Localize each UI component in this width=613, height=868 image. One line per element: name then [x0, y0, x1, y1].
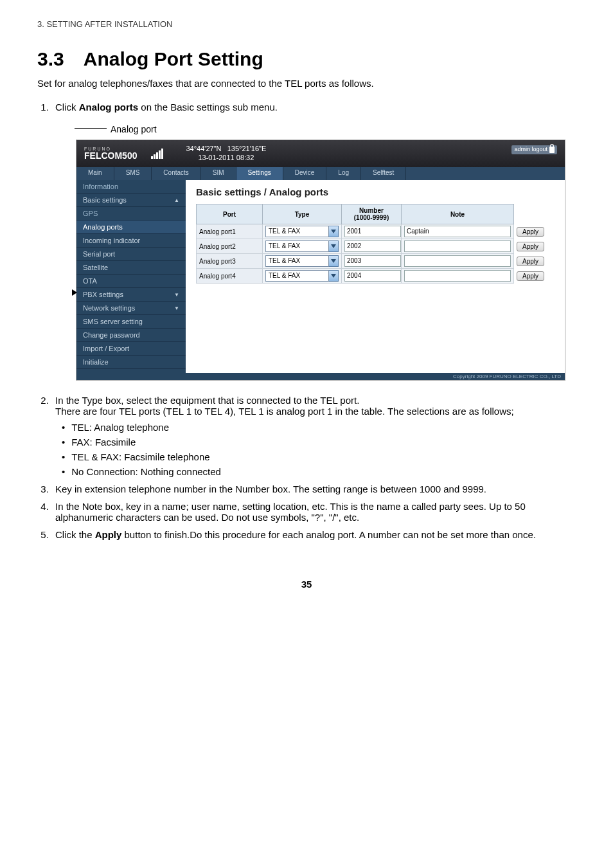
sidebar-item-change-pw[interactable]: Change password [76, 329, 186, 342]
top-tabs: Main SMS Contacts SIM Settings Device Lo… [76, 167, 565, 180]
step-2: In the Type box, select the equipment th… [51, 395, 576, 477]
type-select[interactable]: TEL & FAX [265, 270, 339, 282]
tab-sim[interactable]: SIM [201, 167, 236, 180]
type-select[interactable]: TEL & FAX [265, 226, 339, 237]
triangle-down-icon: ▼ [174, 292, 179, 298]
number-input[interactable]: 2001 [344, 226, 401, 237]
annotation-connector [75, 128, 107, 129]
intro-paragraph: Set for analog telephones/faxes that are… [37, 78, 576, 89]
chevron-down-icon [329, 270, 339, 282]
sidebar-item-pbx[interactable]: PBX settings▼ [76, 288, 186, 302]
product-logo: FURUNO FELCOM500 [76, 147, 145, 161]
sidebar: Information Basic settings▲ GPS Analog p… [76, 180, 186, 373]
table-row: Analog port3 TEL & FAX 2003 Apply [197, 254, 555, 269]
chevron-down-icon [329, 240, 339, 252]
step-4: In the Note box, key in a name; user nam… [51, 501, 576, 523]
tab-selftest[interactable]: Selftest [361, 167, 406, 180]
tab-settings[interactable]: Settings [236, 167, 283, 180]
table-row: Analog port2 TEL & FAX 2002 Apply [197, 239, 555, 254]
content-title: Basic settings / Analog ports [196, 186, 555, 197]
step-5: Click the Apply button to finish.Do this… [51, 529, 576, 540]
note-input[interactable] [404, 270, 511, 282]
triangle-up-icon: ▲ [174, 197, 179, 203]
copyright-footer: Copyright 2009 FURUNO ELECTRIC CO., LTD [76, 373, 565, 380]
tab-log[interactable]: Log [326, 167, 361, 180]
pointer-arrow-icon [75, 289, 77, 296]
analog-ports-table: Port Type Number (1000-9999) Note Analog… [196, 204, 555, 284]
tab-contacts[interactable]: Contacts [152, 167, 200, 180]
step-1: Click Analog ports on the Basic settings… [51, 102, 576, 113]
sidebar-item-analog-ports[interactable]: Analog ports [76, 221, 186, 234]
list-item: FAX: Facsimile [62, 437, 576, 448]
chevron-down-icon [329, 255, 339, 267]
apply-button[interactable]: Apply [517, 271, 544, 281]
sidebar-item-ota[interactable]: OTA [76, 275, 186, 288]
page-number: 35 [37, 579, 576, 609]
page-title: 3.3Analog Port Setting [37, 48, 576, 70]
number-input[interactable]: 2002 [344, 240, 401, 252]
list-item: TEL & FAX: Facsimile telephone [62, 451, 576, 462]
type-select[interactable]: TEL & FAX [265, 240, 339, 252]
list-item: No Connection: Nothing connected [62, 466, 576, 477]
note-input[interactable]: Captain [404, 226, 511, 237]
table-row: Analog port1 TEL & FAX 2001 Captain Appl… [197, 224, 555, 239]
annotation-label: Analog port [111, 124, 157, 134]
tab-main[interactable]: Main [76, 167, 114, 180]
apply-button[interactable]: Apply [517, 242, 544, 251]
sidebar-item-network[interactable]: Network settings▼ [76, 302, 186, 315]
sidebar-item-initialize[interactable]: Initialize [76, 356, 186, 369]
tab-sms[interactable]: SMS [114, 167, 152, 180]
section-number: 3.3 [37, 48, 64, 69]
svg-marker-2 [331, 259, 336, 263]
sidebar-item-incoming[interactable]: Incoming indicator [76, 234, 186, 248]
sidebar-item-serial[interactable]: Serial port [76, 248, 186, 261]
port-label: Analog port3 [197, 254, 263, 269]
col-port: Port [197, 204, 263, 224]
col-note: Note [402, 204, 514, 224]
svg-marker-3 [331, 274, 336, 278]
tab-device[interactable]: Device [283, 167, 327, 180]
apply-button[interactable]: Apply [517, 227, 544, 237]
port-label: Analog port4 [197, 269, 263, 284]
lock-icon [549, 147, 555, 153]
gps-datetime: 34°44'27"N 135°21'16"E 13-01-2011 08:32 [186, 145, 266, 163]
number-input[interactable]: 2003 [344, 255, 401, 267]
apply-button[interactable]: Apply [517, 257, 544, 266]
number-input[interactable]: 2004 [344, 270, 401, 282]
svg-marker-0 [331, 230, 336, 233]
svg-marker-1 [331, 244, 336, 248]
col-type: Type [263, 204, 342, 224]
sidebar-item-basic-settings[interactable]: Basic settings▲ [76, 194, 186, 207]
triangle-down-icon: ▼ [174, 305, 179, 311]
col-number: Number (1000-9999) [342, 204, 402, 224]
signal-icon [151, 149, 166, 159]
sidebar-item-satellite[interactable]: Satellite [76, 261, 186, 275]
sidebar-item-information[interactable]: Information [76, 180, 186, 194]
port-label: Analog port1 [197, 224, 263, 239]
table-row: Analog port4 TEL & FAX 2004 Apply [197, 269, 555, 284]
note-input[interactable] [404, 255, 511, 267]
sidebar-item-sms-server[interactable]: SMS server setting [76, 315, 186, 329]
chevron-down-icon [329, 226, 339, 237]
port-label: Analog port2 [197, 239, 263, 254]
sidebar-item-import-export[interactable]: Import / Export [76, 342, 186, 356]
sidebar-item-gps[interactable]: GPS [76, 207, 186, 221]
logout-button[interactable]: admin logout [511, 145, 557, 154]
breadcrumb: 3. SETTING AFTER INSTALLATION [37, 19, 576, 29]
embedded-screenshot: FURUNO FELCOM500 34°44'27"N 135°21'16"E … [76, 140, 565, 381]
type-select[interactable]: TEL & FAX [265, 255, 339, 267]
section-heading: Analog Port Setting [84, 48, 263, 69]
step-3: Key in extension telephone number in the… [51, 484, 576, 494]
note-input[interactable] [404, 240, 511, 252]
list-item: TEL: Analog telephone [62, 422, 576, 433]
